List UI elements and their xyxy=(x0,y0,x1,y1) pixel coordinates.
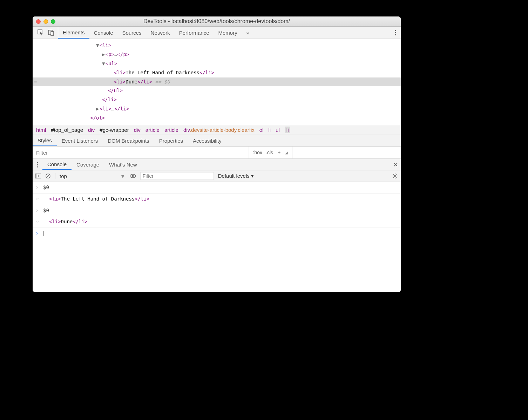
console-filter-input[interactable] xyxy=(140,172,214,180)
dom-tree[interactable]: ▼<li> ▶<p>…</p> ▼<ul> <li>The Left Hand … xyxy=(33,39,401,125)
crumb[interactable]: html xyxy=(36,127,46,133)
window-title: DevTools - localhost:8080/web/tools/chro… xyxy=(33,18,401,25)
svg-point-4 xyxy=(395,32,396,33)
console-row-input[interactable]: $0 xyxy=(33,205,401,217)
console-settings-gear-icon[interactable] xyxy=(392,173,398,179)
output-chevron-icon xyxy=(35,195,43,203)
tab-network[interactable]: Network xyxy=(146,27,175,39)
styles-tab-strip: Styles Event Listeners DOM Breakpoints P… xyxy=(33,135,401,147)
live-expression-icon[interactable] xyxy=(130,174,136,178)
console-output[interactable]: $0 <li>The Left Hand of Darkness</li> $0… xyxy=(33,182,401,292)
close-window-icon[interactable] xyxy=(36,19,41,24)
tab-performance[interactable]: Performance xyxy=(175,27,214,39)
svg-line-20 xyxy=(393,174,394,175)
dom-node[interactable]: ▼<ul> xyxy=(33,59,401,68)
context-select[interactable]: top ▼ xyxy=(55,173,126,179)
dom-node-selected[interactable]: <li>Dune</li> == $0 xyxy=(33,77,401,87)
svg-line-23 xyxy=(397,174,397,175)
console-row-output[interactable]: <li>Dune</li> xyxy=(33,216,401,228)
input-chevron-icon xyxy=(35,206,43,215)
inspect-icon[interactable] xyxy=(38,29,44,36)
log-levels-select[interactable]: Default levels ▾ xyxy=(218,173,254,179)
cls-button[interactable]: .cls xyxy=(266,150,273,155)
svg-point-15 xyxy=(394,175,396,177)
tab-styles[interactable]: Styles xyxy=(33,135,57,146)
svg-rect-2 xyxy=(51,32,54,35)
crumb[interactable]: #top_of_page xyxy=(51,127,83,133)
cursor xyxy=(43,231,43,236)
tab-accessibility[interactable]: Accessibility xyxy=(188,135,226,146)
drawer-tab-coverage[interactable]: Coverage xyxy=(72,159,104,170)
tab-console[interactable]: Console xyxy=(89,27,118,39)
crumb[interactable]: #gc-wrapper xyxy=(100,127,129,133)
output-chevron-icon xyxy=(35,218,43,226)
crumb[interactable]: div xyxy=(88,127,95,133)
computed-pane-preview xyxy=(292,147,401,158)
window-controls xyxy=(36,19,55,24)
expand-styles-icon[interactable]: ◢ xyxy=(285,151,288,155)
prompt-chevron-icon xyxy=(35,229,43,238)
clear-console-icon[interactable] xyxy=(45,173,51,179)
drawer-kebab-icon[interactable] xyxy=(33,159,42,170)
dom-node[interactable]: <li>The Left Hand of Darkness</li> xyxy=(33,68,401,77)
breadcrumb: html #top_of_page div #gc-wrapper div ar… xyxy=(33,125,401,135)
svg-point-6 xyxy=(37,162,38,163)
svg-rect-10 xyxy=(35,174,37,178)
svg-line-21 xyxy=(397,177,397,178)
drawer-tab-whats-new[interactable]: What's New xyxy=(104,159,142,170)
drawer-tab-console[interactable]: Console xyxy=(42,159,72,170)
svg-point-5 xyxy=(395,34,396,35)
tab-overflow-icon[interactable]: » xyxy=(242,27,254,39)
minimize-window-icon[interactable] xyxy=(43,19,48,24)
svg-point-7 xyxy=(37,164,38,165)
dom-node[interactable]: ▶<li>…</li> xyxy=(33,104,401,114)
svg-point-8 xyxy=(37,166,38,167)
title-bar: DevTools - localhost:8080/web/tools/chro… xyxy=(33,16,401,27)
styles-filter-input[interactable] xyxy=(33,147,249,158)
devtools-window: DevTools - localhost:8080/web/tools/chro… xyxy=(33,16,401,292)
tab-elements[interactable]: Elements xyxy=(58,27,89,39)
main-tab-strip: Elements Console Sources Network Perform… xyxy=(33,27,401,39)
tab-event-listeners[interactable]: Event Listeners xyxy=(57,135,103,146)
crumb[interactable]: div xyxy=(134,127,141,133)
drawer-close-icon[interactable]: ✕ xyxy=(390,159,401,170)
add-rule-icon[interactable]: ＋ xyxy=(277,149,282,156)
crumb[interactable]: div.devsite-article-body.clearfix xyxy=(183,127,255,133)
crumb[interactable]: article xyxy=(145,127,160,133)
console-sidebar-icon[interactable] xyxy=(35,174,41,178)
device-toggle-icon[interactable] xyxy=(48,29,54,36)
crumb[interactable]: ol xyxy=(259,127,264,133)
svg-line-22 xyxy=(393,177,394,178)
dom-node[interactable]: </ul> xyxy=(33,86,401,95)
svg-line-12 xyxy=(47,175,49,177)
settings-kebab-icon[interactable] xyxy=(390,27,401,39)
svg-point-14 xyxy=(132,175,134,177)
crumb[interactable]: li xyxy=(268,127,271,133)
dom-node[interactable]: ▼<li> xyxy=(33,41,401,50)
dom-node[interactable]: ▶<p>…</p> xyxy=(33,50,401,59)
svg-point-3 xyxy=(395,30,396,31)
dom-node[interactable]: </ol> xyxy=(33,114,401,123)
tab-sources[interactable]: Sources xyxy=(118,27,146,39)
tab-properties[interactable]: Properties xyxy=(154,135,188,146)
console-toolbar: top ▼ Default levels ▾ xyxy=(33,170,401,182)
context-label: top xyxy=(60,173,67,179)
styles-filter-row: :hov .cls ＋ ◢ xyxy=(33,147,401,159)
console-row-output[interactable]: <li>The Left Hand of Darkness</li> xyxy=(33,194,401,205)
zoom-window-icon[interactable] xyxy=(51,19,55,24)
dom-node[interactable]: </li> xyxy=(33,95,401,104)
tab-dom-breakpoints[interactable]: DOM Breakpoints xyxy=(103,135,154,146)
tab-memory[interactable]: Memory xyxy=(214,27,242,39)
console-row-input[interactable]: $0 xyxy=(33,182,401,194)
crumb[interactable]: ul xyxy=(276,127,280,133)
console-prompt[interactable] xyxy=(33,228,401,239)
input-chevron-icon xyxy=(35,183,43,192)
crumb-current[interactable]: li xyxy=(285,127,291,133)
hov-button[interactable]: :hov xyxy=(253,150,262,155)
crumb[interactable]: article xyxy=(164,127,178,133)
drawer-tab-strip: Console Coverage What's New ✕ xyxy=(33,159,401,170)
